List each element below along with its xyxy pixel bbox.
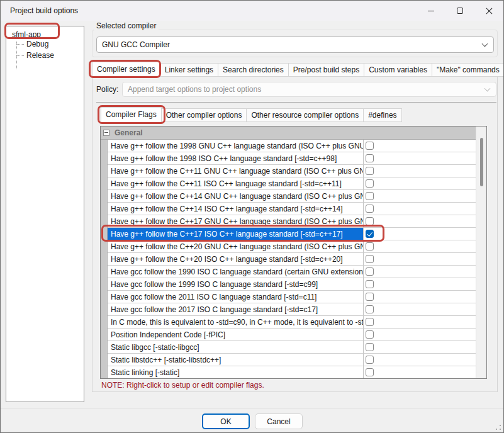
tab-compiler-settings[interactable]: Compiler settings	[92, 62, 160, 77]
checkbox-unchecked[interactable]	[366, 305, 374, 313]
row-gutter	[101, 165, 108, 177]
cancel-button[interactable]: Cancel	[255, 413, 303, 429]
flag-label[interactable]: Position Independent Code [-fPIC]	[108, 329, 364, 341]
checkbox-unchecked[interactable]	[366, 280, 374, 288]
grid-row[interactable]: Have g++ follow the 1998 GNU C++ languag…	[101, 140, 476, 152]
grid-row[interactable]: Have g++ follow the C++14 ISO C++ langua…	[101, 203, 476, 215]
tab-pre-post-build-steps[interactable]: Pre/post build steps	[289, 63, 364, 77]
flag-label[interactable]: In C mode, this is equivalent to -std=c9…	[108, 316, 364, 329]
flag-label[interactable]: Have g++ follow the C++20 GNU C++ langua…	[108, 240, 364, 253]
flag-label[interactable]: Have g++ follow the C++14 ISO C++ langua…	[108, 203, 364, 215]
flag-label[interactable]: Static libgcc [-static-libgcc]	[108, 341, 364, 354]
flag-label[interactable]: Have gcc follow the 2017 ISO C language …	[108, 303, 364, 316]
grid-row[interactable]: Have gcc follow the 2011 ISO C language …	[101, 291, 476, 303]
scrollbar-thumb[interactable]	[480, 138, 483, 186]
grid-row[interactable]: Have g++ follow the C++20 ISO C++ langua…	[101, 253, 476, 266]
compiler-dropdown[interactable]: GNU GCC Compiler	[96, 37, 494, 53]
checkbox-unchecked[interactable]	[366, 205, 374, 213]
grid-row[interactable]: Have g++ follow the C++14 GNU C++ langua…	[101, 190, 476, 203]
grid-row[interactable]: Have g++ follow the C++11 GNU C++ langua…	[101, 165, 476, 177]
grid-row[interactable]: Have g++ follow the C++17 GNU C++ langua…	[101, 215, 476, 228]
checkbox-unchecked[interactable]	[366, 142, 374, 150]
resize-grip-icon[interactable]	[496, 425, 501, 430]
flag-label[interactable]: Have g++ follow the C++11 GNU C++ langua…	[108, 165, 364, 177]
row-gutter	[101, 228, 108, 240]
checkbox-unchecked[interactable]	[366, 217, 374, 225]
flag-label[interactable]: Have gcc follow the 1999 ISO C language …	[108, 278, 364, 291]
tab-search-directories[interactable]: Search directories	[218, 63, 289, 77]
grid-row[interactable]: Position Independent Code [-fPIC]	[101, 329, 476, 341]
row-gutter	[101, 152, 108, 165]
flag-label[interactable]: Have g++ follow the 1998 GNU C++ languag…	[108, 140, 364, 152]
flag-label[interactable]: Have g++ follow the 1998 ISO C++ languag…	[108, 152, 364, 165]
flag-label[interactable]: Have gcc follow the 2011 ISO C language …	[108, 291, 364, 303]
close-button[interactable]	[474, 1, 503, 21]
flag-check-cell	[364, 177, 476, 190]
checkbox-unchecked[interactable]	[366, 167, 374, 175]
tree-item-project[interactable]: sfml-app	[10, 30, 43, 40]
grid-row[interactable]: Have gcc follow the 2017 ISO C language …	[101, 303, 476, 316]
row-gutter	[101, 316, 108, 329]
checkbox-unchecked[interactable]	[366, 242, 374, 250]
grid-scrollbar[interactable]	[476, 127, 486, 378]
checkbox-unchecked[interactable]	[366, 356, 374, 364]
grid-row[interactable]: Static libstdc++ [-static-libstdc++]	[101, 354, 476, 366]
minimize-icon	[428, 11, 434, 11]
grid-row[interactable]: Have g++ follow the C++11 ISO C++ langua…	[101, 177, 476, 190]
grid-row[interactable]: Have gcc follow the 1990 ISO C language …	[101, 266, 476, 278]
checkbox-unchecked[interactable]	[366, 267, 374, 276]
grid-row[interactable]: In C mode, this is equivalent to -std=c9…	[101, 316, 476, 329]
row-gutter	[101, 240, 108, 253]
checkbox-unchecked[interactable]	[366, 343, 374, 351]
grid-row[interactable]: Have gcc follow the 1999 ISO C language …	[101, 278, 476, 291]
tree-item-debug[interactable]: Debug	[26, 40, 48, 48]
flag-label[interactable]: Have g++ follow the C++17 GNU C++ langua…	[108, 215, 364, 228]
row-gutter	[101, 341, 108, 354]
grid-row[interactable]: Have g++ follow the C++17 ISO C++ langua…	[101, 228, 476, 240]
tree-item-release[interactable]: Release	[26, 51, 54, 60]
grid-row[interactable]: Have g++ follow the C++20 GNU C++ langua…	[101, 240, 476, 253]
grid-row[interactable]: Static libgcc [-static-libgcc]	[101, 341, 476, 354]
tab-custom-variables[interactable]: Custom variables	[364, 63, 432, 77]
row-gutter	[101, 177, 108, 190]
checkbox-checked[interactable]	[366, 230, 374, 238]
collapse-minus-icon[interactable]	[103, 130, 109, 136]
tab-linker-settings[interactable]: Linker settings	[160, 63, 218, 77]
flag-check-cell	[364, 253, 476, 266]
grid-rows: Have g++ follow the 1998 GNU C++ languag…	[101, 140, 486, 379]
subtab-other-compiler-options[interactable]: Other compiler options	[162, 108, 247, 122]
row-gutter	[101, 303, 108, 316]
chevron-down-icon	[484, 86, 491, 92]
grid-category-header[interactable]: General	[101, 127, 476, 140]
checkbox-unchecked[interactable]	[366, 318, 374, 326]
grid-row[interactable]: Have g++ follow the 1998 ISO C++ languag…	[101, 152, 476, 165]
row-gutter	[101, 366, 108, 379]
flag-label[interactable]: Have g++ follow the C++11 ISO C++ langua…	[108, 177, 364, 190]
checkbox-unchecked[interactable]	[366, 179, 374, 188]
row-gutter	[101, 203, 108, 215]
flag-label[interactable]: Have g++ follow the C++17 ISO C++ langua…	[108, 228, 364, 240]
flag-label[interactable]: Have gcc follow the 1990 ISO C language …	[108, 266, 364, 278]
flag-check-cell	[364, 215, 476, 228]
flag-check-cell	[364, 291, 476, 303]
checkbox-unchecked[interactable]	[366, 330, 374, 339]
maximize-button[interactable]	[445, 1, 474, 21]
flag-label[interactable]: Static linking [-static]	[108, 366, 364, 379]
minimize-button[interactable]	[417, 1, 445, 21]
checkbox-unchecked[interactable]	[366, 255, 374, 263]
subtab--defines[interactable]: #defines	[364, 108, 401, 122]
checkbox-unchecked[interactable]	[366, 368, 374, 376]
ok-button[interactable]: OK	[202, 413, 250, 429]
checkbox-unchecked[interactable]	[366, 293, 374, 301]
subtab-compiler-flags[interactable]: Compiler Flags	[101, 107, 162, 122]
policy-dropdown[interactable]: Append target options to project options	[122, 82, 496, 97]
tab--make-commands[interactable]: "Make" commands	[432, 63, 504, 77]
checkbox-unchecked[interactable]	[366, 192, 374, 200]
flag-label[interactable]: Static libstdc++ [-static-libstdc++]	[108, 354, 364, 366]
subtab-other-resource-compiler-options[interactable]: Other resource compiler options	[247, 108, 364, 122]
flag-label[interactable]: Have g++ follow the C++20 ISO C++ langua…	[108, 253, 364, 266]
checkbox-unchecked[interactable]	[366, 154, 374, 162]
flag-label[interactable]: Have g++ follow the C++14 GNU C++ langua…	[108, 190, 364, 203]
grid-row[interactable]: Static linking [-static]	[101, 366, 476, 379]
tree-connector	[16, 55, 24, 56]
